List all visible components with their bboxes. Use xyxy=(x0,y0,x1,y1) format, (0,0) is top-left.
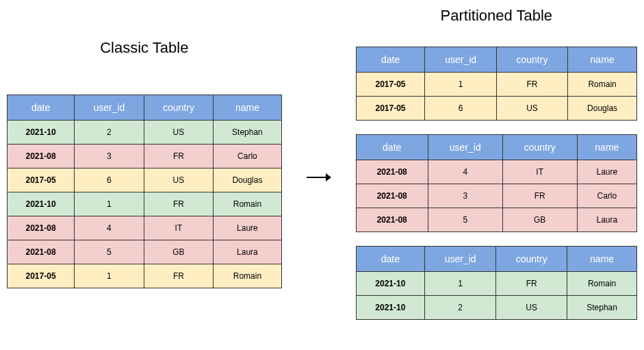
partition-table-body: 2017-051FRRomain2017-056USDouglas xyxy=(356,73,636,121)
classic-table: dateuser_idcountryname 2021-102USStephan… xyxy=(7,95,282,288)
cell-date: 2021-10 xyxy=(8,120,75,144)
cell-name: Laure xyxy=(577,160,636,184)
column-header-country: country xyxy=(502,135,577,160)
table-row: 2021-102USStephan xyxy=(8,120,282,144)
column-header-date: date xyxy=(356,135,428,160)
cell-country: GB xyxy=(144,240,214,264)
column-header-date: date xyxy=(356,247,425,272)
cell-user_id: 1 xyxy=(425,272,496,296)
table-row: 2017-056USDouglas xyxy=(8,168,282,192)
cell-date: 2021-08 xyxy=(8,216,75,240)
cell-date: 2021-08 xyxy=(356,184,428,208)
cell-country: FR xyxy=(144,144,214,168)
column-header-date: date xyxy=(8,95,75,120)
cell-user_id: 2 xyxy=(75,120,144,144)
table-row: 2017-051FRRomain xyxy=(8,264,282,288)
cell-user_id: 4 xyxy=(75,216,144,240)
column-header-user_id: user_id xyxy=(75,95,144,120)
column-header-name: name xyxy=(577,135,636,160)
cell-name: Romain xyxy=(214,192,281,216)
column-header-name: name xyxy=(567,247,637,272)
cell-date: 2017-05 xyxy=(8,168,75,192)
cell-country: IT xyxy=(502,160,577,184)
table-row: 2021-102USStephan xyxy=(356,296,636,320)
cell-name: Laure xyxy=(214,216,281,240)
column-header-user_id: user_id xyxy=(425,47,496,73)
cell-user_id: 5 xyxy=(428,208,502,232)
partition-table: dateuser_idcountryname2021-101FRRomain20… xyxy=(356,246,637,320)
cell-country: FR xyxy=(502,184,577,208)
cell-date: 2017-05 xyxy=(356,97,425,121)
partition-table-body: 2021-101FRRomain2021-102USStephan xyxy=(356,272,636,320)
table-row: 2021-084ITLaure xyxy=(356,160,636,184)
table-row: 2021-083FRCarlo xyxy=(356,184,636,208)
table-row: 2021-101FRRomain xyxy=(8,192,282,216)
cell-user_id: 1 xyxy=(75,264,144,288)
partition-table-body: 2021-084ITLaure2021-083FRCarlo2021-085GB… xyxy=(356,160,636,232)
cell-name: Stephan xyxy=(214,120,281,144)
cell-country: US xyxy=(144,120,214,144)
cell-name: Douglas xyxy=(214,168,281,192)
cell-date: 2017-05 xyxy=(8,264,75,288)
cell-name: Carlo xyxy=(214,144,281,168)
cell-date: 2021-08 xyxy=(356,160,428,184)
cell-name: Laura xyxy=(577,208,636,232)
table-row: 2021-084ITLaure xyxy=(8,216,282,240)
cell-country: US xyxy=(496,97,567,121)
partition-table-header-row: dateuser_idcountryname xyxy=(356,135,636,160)
column-header-date: date xyxy=(356,47,425,73)
partition-table-header-row: dateuser_idcountryname xyxy=(356,47,636,73)
partitioned-table-section: Partitioned Table dateuser_idcountryname… xyxy=(356,7,637,320)
cell-date: 2021-10 xyxy=(356,296,425,320)
cell-country: FR xyxy=(496,272,567,296)
table-row: 2017-056USDouglas xyxy=(356,97,636,121)
cell-date: 2021-10 xyxy=(356,272,425,296)
partition-table-header-row: dateuser_idcountryname xyxy=(356,247,636,272)
cell-country: FR xyxy=(144,192,214,216)
table-row: 2021-085GBLaura xyxy=(8,240,282,264)
cell-name: Romain xyxy=(567,272,637,296)
cell-date: 2021-08 xyxy=(8,144,75,168)
cell-date: 2017-05 xyxy=(356,73,425,97)
cell-country: US xyxy=(144,168,214,192)
column-header-country: country xyxy=(496,47,567,73)
cell-date: 2021-10 xyxy=(8,192,75,216)
column-header-user_id: user_id xyxy=(425,247,496,272)
cell-user_id: 6 xyxy=(75,168,144,192)
cell-user_id: 3 xyxy=(75,144,144,168)
cell-user_id: 3 xyxy=(428,184,502,208)
cell-country: FR xyxy=(144,264,214,288)
partition-table: dateuser_idcountryname2021-084ITLaure202… xyxy=(356,134,637,232)
cell-user_id: 4 xyxy=(428,160,502,184)
cell-name: Laura xyxy=(214,240,281,264)
table-row: 2021-101FRRomain xyxy=(356,272,636,296)
svg-marker-1 xyxy=(326,173,331,182)
cell-name: Carlo xyxy=(577,184,636,208)
classic-table-title: Classic Table xyxy=(7,39,282,57)
cell-date: 2021-08 xyxy=(356,208,428,232)
cell-name: Romain xyxy=(214,264,281,288)
classic-table-body: 2021-102USStephan2021-083FRCarlo2017-056… xyxy=(8,120,282,288)
classic-table-section: Classic Table dateuser_idcountryname 202… xyxy=(7,39,282,288)
partition-table: dateuser_idcountryname2017-051FRRomain20… xyxy=(356,47,637,121)
table-row: 2021-083FRCarlo xyxy=(8,144,282,168)
cell-date: 2021-08 xyxy=(8,240,75,264)
table-row: 2017-051FRRomain xyxy=(356,73,636,97)
cell-user_id: 6 xyxy=(425,97,496,121)
diagram-container: Classic Table dateuser_idcountryname 202… xyxy=(7,7,637,320)
cell-country: FR xyxy=(496,73,567,97)
cell-name: Stephan xyxy=(567,296,637,320)
cell-country: GB xyxy=(502,208,577,232)
cell-name: Romain xyxy=(568,73,637,97)
cell-user_id: 1 xyxy=(75,192,144,216)
column-header-user_id: user_id xyxy=(428,135,502,160)
table-row: 2021-085GBLaura xyxy=(356,208,636,232)
cell-user_id: 5 xyxy=(75,240,144,264)
cell-country: IT xyxy=(144,216,214,240)
column-header-name: name xyxy=(568,47,637,73)
arrow-icon xyxy=(302,168,335,187)
cell-user_id: 2 xyxy=(425,296,496,320)
partitioned-table-title: Partitioned Table xyxy=(356,7,637,25)
column-header-country: country xyxy=(144,95,214,120)
column-header-country: country xyxy=(496,247,567,272)
